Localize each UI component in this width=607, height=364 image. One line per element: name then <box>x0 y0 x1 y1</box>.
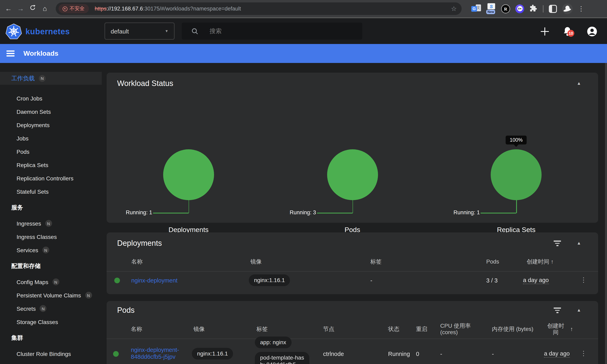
namespaced-badge: N <box>85 292 92 299</box>
page-scrollbar[interactable] <box>605 63 607 364</box>
namespaced-badge: N <box>42 247 49 253</box>
samsung-extension-icon[interactable]: S New <box>486 3 496 14</box>
security-chip[interactable]: 不安全 <box>59 4 89 13</box>
image-chip: nginx:1.16.1 <box>249 274 290 286</box>
collapse-icon[interactable]: ▲ <box>577 241 581 245</box>
sidebar-item[interactable]: SecretsN <box>0 302 102 315</box>
running-label: Running: 3 <box>290 209 316 216</box>
menu-hamburger-icon[interactable] <box>6 51 14 57</box>
node-cell: ctrlnode <box>323 351 344 357</box>
filter-icon[interactable] <box>554 241 561 246</box>
sidebar-item[interactable]: IngressesN <box>0 217 102 230</box>
sidebar-item[interactable]: 工作负载N <box>0 72 102 85</box>
sidebar-item[interactable]: Persistent Volume ClaimsN <box>0 288 102 302</box>
relative-time: a day ago <box>544 350 570 358</box>
translate-extension-icon[interactable]: 文 G <box>471 4 481 13</box>
sidebar-item[interactable]: Daemon Sets <box>0 105 102 118</box>
account-glyph <box>587 26 597 37</box>
back-icon[interactable]: ← <box>2 5 14 13</box>
sidebar-item[interactable]: Replication Controllers <box>0 171 102 185</box>
sidebar-item-label: Cluster Role Bindings <box>16 351 71 357</box>
bookmark-star-icon[interactable]: ☆ <box>451 5 457 13</box>
namespace-value: default <box>111 28 129 35</box>
connector-line <box>317 213 352 213</box>
row-menu-icon[interactable]: ⋮ <box>580 276 587 284</box>
column-header-created[interactable]: 创建时 间 <box>544 323 567 335</box>
sidebar-item-label: Replica Sets <box>16 162 48 168</box>
status-ok-dot <box>113 351 119 357</box>
create-resource-icon[interactable] <box>541 27 549 36</box>
column-header-created[interactable]: 创建时间 ↑ <box>527 258 554 266</box>
column-header-image: 镜像 <box>250 258 262 266</box>
browser-menu-icon[interactable]: ⋮ <box>578 5 584 12</box>
connector-line <box>352 200 353 213</box>
sidebar-item[interactable]: Storage Classes <box>0 315 102 328</box>
forward-icon[interactable]: → <box>14 5 27 13</box>
purple-face-glyph <box>517 6 522 11</box>
column-header-labels: 标签 <box>256 326 268 333</box>
sidebar-item-label: Services <box>16 247 38 253</box>
labels-cell: - <box>370 277 372 284</box>
column-header-name: 名称 <box>131 326 142 333</box>
sidebar-item[interactable]: Config MapsN <box>0 275 102 288</box>
profile-avatar[interactable] <box>562 3 573 14</box>
collapse-icon[interactable]: ▲ <box>577 81 581 86</box>
column-header-pods: Pods <box>486 258 499 265</box>
memory-cell: - <box>492 351 494 357</box>
column-header-node: 节点 <box>323 326 334 333</box>
filter-icon[interactable] <box>554 308 561 313</box>
created-header-line2: 间 <box>544 329 567 335</box>
column-header-image: 镜像 <box>193 326 205 333</box>
card-title: Deployments <box>117 239 162 248</box>
pod-link[interactable]: nginx-deployment- 848dd6cfb5-j5jpv <box>131 347 179 360</box>
brand-wordmark: kubernetes <box>26 27 70 36</box>
sidebar-item-label: Replication Controllers <box>16 175 73 182</box>
extensions-puzzle-icon[interactable] <box>529 4 538 13</box>
kubernetes-logo[interactable]: kubernetes <box>6 23 70 39</box>
running-label: Running: 1 <box>126 209 152 216</box>
search-placeholder: 搜索 <box>210 27 222 35</box>
sidebar-item[interactable]: Stateful Sets <box>0 185 102 198</box>
purple-extension-icon[interactable] <box>515 4 524 13</box>
table-divider <box>107 338 598 339</box>
notifications-bell-icon[interactable]: 10 <box>563 26 573 37</box>
samsung-glyph: S <box>487 3 495 9</box>
pods-card: Pods ▲ 名称 镜像 标签 节点 状态 重启 CPU 使用率 (cores)… <box>107 301 598 364</box>
sidebar-item[interactable]: Cron Jobs <box>0 91 102 105</box>
address-bar[interactable]: 不安全 https://192.168.67.6:30175/#/workloa… <box>56 2 462 15</box>
sidebar-item[interactable]: Deployments <box>0 118 102 131</box>
sidebar-item[interactable]: Jobs <box>0 131 102 145</box>
cpu-cell: - <box>440 351 442 357</box>
deployment-link[interactable]: nginx-deployment <box>131 277 177 284</box>
reload-icon[interactable] <box>27 4 39 13</box>
rust-extension-icon[interactable]: R <box>501 4 510 13</box>
card-title: Workload Status <box>117 79 173 88</box>
sort-ascending-icon: ↑ <box>570 326 573 332</box>
namespace-select[interactable]: default ▼ <box>105 23 175 39</box>
sidebar-item[interactable]: Cluster Role Bindings <box>0 347 102 360</box>
collapse-icon[interactable]: ▲ <box>577 308 581 312</box>
url-path: :30175/#/workloads?namespace=default <box>143 6 241 12</box>
created-cell: a day ago <box>523 277 549 283</box>
row-menu-icon[interactable]: ⋮ <box>580 350 587 357</box>
sort-ascending-icon: ↑ <box>551 258 554 265</box>
sidebar-item-label: Persistent Volume Claims <box>16 292 81 299</box>
sidebar-item[interactable]: Pods <box>0 145 102 158</box>
sidebar-item[interactable]: ServicesN <box>0 243 102 257</box>
sidebar-item[interactable]: Replica Sets <box>0 158 102 171</box>
connector-line <box>481 213 516 213</box>
page-toolbar: Workloads <box>0 44 607 63</box>
column-header-restarts: 重启 <box>416 326 427 333</box>
account-icon[interactable] <box>587 26 597 37</box>
side-panel-icon[interactable] <box>549 5 557 13</box>
status-ok-dot <box>114 278 120 283</box>
created-cell: a day ago <box>544 350 570 357</box>
sidebar-item[interactable]: Ingress Classes <box>0 230 102 243</box>
created-header-line1: 创建时 <box>544 323 567 329</box>
home-icon[interactable]: ⌂ <box>39 5 51 13</box>
sidebar-item-label: Config Maps <box>16 279 48 285</box>
pods-chart: Running: 3 Pods <box>270 95 434 223</box>
cpu-header-line2: (cores) <box>440 329 471 335</box>
search-input[interactable]: 搜索 <box>182 23 362 39</box>
sidebar-item[interactable]: Cluster Roles <box>0 360 102 364</box>
